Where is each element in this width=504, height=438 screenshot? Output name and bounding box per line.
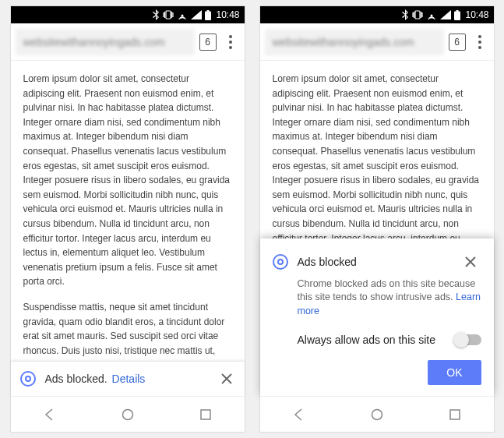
dialog-title: Ads blocked <box>298 256 357 268</box>
content-paragraph: Lorem ipsum dolor sit amet, consectetur … <box>23 72 232 289</box>
tab-switcher[interactable]: 6 <box>449 34 466 51</box>
status-bar: 10:48 <box>11 6 245 23</box>
hotspot-icon <box>426 10 437 19</box>
vibrate-icon <box>163 10 174 19</box>
signal-icon <box>191 10 202 19</box>
svg-point-15 <box>279 260 282 263</box>
snackbar-title: Ads blocked. <box>45 373 107 385</box>
svg-point-6 <box>26 377 30 380</box>
menu-icon[interactable] <box>471 30 489 55</box>
vibrate-icon <box>412 10 423 19</box>
signal-icon <box>440 10 451 19</box>
system-nav-bar <box>11 396 245 432</box>
ads-blocked-snackbar: Ads blocked. Details <box>11 361 245 396</box>
svg-point-1 <box>182 15 184 17</box>
url-bar[interactable]: websitewithannoyingads.com <box>16 29 195 55</box>
browser-toolbar: websitewithannoyingads.com 6 <box>260 23 494 61</box>
allow-ads-toggle[interactable] <box>455 334 481 345</box>
svg-rect-11 <box>454 11 460 20</box>
nav-back[interactable] <box>284 399 315 430</box>
system-nav-bar <box>260 396 494 432</box>
ok-button[interactable]: OK <box>428 360 481 385</box>
svg-rect-12 <box>456 10 459 12</box>
snackbar-details-link[interactable]: Details <box>112 373 146 385</box>
chrome-icon <box>20 371 36 387</box>
bluetooth-icon <box>152 9 160 20</box>
hotspot-icon <box>177 10 188 19</box>
svg-rect-2 <box>205 11 211 20</box>
svg-rect-8 <box>201 410 210 419</box>
toggle-label: Always allow ads on this site <box>298 334 435 346</box>
bluetooth-icon <box>401 9 409 20</box>
dialog-close[interactable] <box>460 251 481 273</box>
svg-rect-17 <box>450 410 460 419</box>
snackbar-close[interactable] <box>218 372 235 386</box>
url-bar[interactable]: websitewithannoyingads.com <box>265 29 444 55</box>
ads-blocked-dialog: Ads blocked Chrome blocked ads on this s… <box>260 238 494 397</box>
status-time: 10:48 <box>216 9 239 20</box>
phone-screenshot-right: 10:48 websitewithannoyingads.com 6 Lorem… <box>260 6 494 432</box>
battery-icon <box>205 10 211 20</box>
dialog-description: Chrome blocked ads on this site because … <box>298 277 481 319</box>
status-time: 10:48 <box>465 9 488 20</box>
svg-point-10 <box>431 15 433 17</box>
chrome-icon <box>273 254 288 270</box>
svg-point-16 <box>372 409 382 419</box>
nav-recents[interactable] <box>439 399 471 430</box>
svg-point-7 <box>122 409 132 419</box>
nav-home[interactable] <box>112 399 143 430</box>
svg-rect-3 <box>207 10 210 12</box>
nav-back[interactable] <box>34 399 65 430</box>
svg-rect-0 <box>166 11 171 19</box>
tab-switcher[interactable]: 6 <box>199 34 217 51</box>
menu-icon[interactable] <box>221 30 240 55</box>
status-bar: 10:48 <box>260 6 494 23</box>
phone-screenshot-left: 10:48 websitewithannoyingads.com 6 Lorem… <box>11 6 245 432</box>
battery-icon <box>454 10 460 20</box>
nav-home[interactable] <box>361 399 393 430</box>
nav-recents[interactable] <box>190 399 221 430</box>
browser-toolbar: websitewithannoyingads.com 6 <box>11 23 245 61</box>
svg-rect-9 <box>415 11 420 19</box>
